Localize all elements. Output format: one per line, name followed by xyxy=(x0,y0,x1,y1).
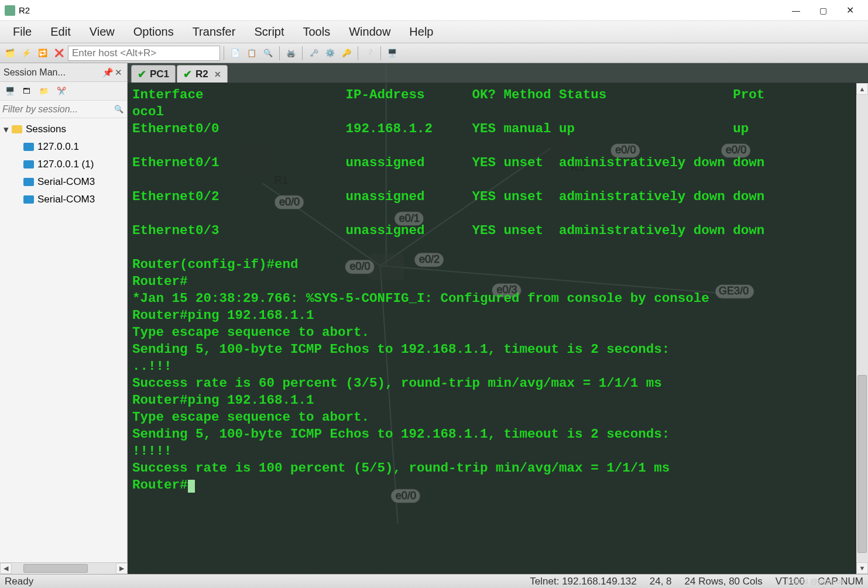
new-tab-icon[interactable]: 🗔 xyxy=(19,84,34,99)
horizontal-scrollbar[interactable]: ◀ ▶ xyxy=(0,562,128,574)
session-item[interactable]: Serial-COM3 xyxy=(0,173,127,191)
session-tree-icon[interactable]: 🗂️ xyxy=(2,46,18,61)
monitor-icon xyxy=(23,160,34,169)
app-icon xyxy=(5,5,15,16)
screen-icon[interactable]: 🖥️ xyxy=(385,46,400,61)
toolbar-separator xyxy=(224,46,224,60)
host-input[interactable] xyxy=(68,46,220,61)
tree-root-label: Sessions xyxy=(26,123,66,135)
monitor-icon xyxy=(23,195,34,204)
panel-close-icon[interactable]: ✕ xyxy=(113,67,123,78)
content-area: R1 R3 ▶ R2 e0/0 e0/0 e0/1 e0/2 e0/3 e0/0… xyxy=(128,63,868,574)
session-item[interactable]: 127.0.0.1 xyxy=(0,138,127,156)
statusbar: Ready Telnet: 192.168.149.132 24, 8 24 R… xyxy=(0,574,868,588)
scroll-track[interactable] xyxy=(12,563,116,574)
scroll-left-icon[interactable]: ◀ xyxy=(0,563,12,574)
scroll-track[interactable] xyxy=(856,95,868,562)
properties-icon[interactable]: 🗝️ xyxy=(306,46,321,61)
main-toolbar: 🗂️ ⚡ 🔁 ❌ 📄 📋 🔍 🖨️ 🗝️ ⚙️ 🔑 ❔ 🖥️ xyxy=(0,43,868,63)
session-label: Serial-COM3 xyxy=(37,176,95,188)
panel-header: Session Man... 📌 ✕ xyxy=(0,63,127,82)
watermark: CSDN @pepinok xyxy=(787,577,845,586)
help-icon[interactable]: ❔ xyxy=(362,46,377,61)
chevron-down-icon[interactable]: ▾ xyxy=(4,123,12,136)
vertical-scrollbar[interactable]: ▲ ▼ xyxy=(856,83,868,574)
scroll-down-icon[interactable]: ▼ xyxy=(856,562,868,574)
session-tabs: ✔ PC1 ✔ R2 ✕ xyxy=(128,63,868,83)
status-ready: Ready xyxy=(5,576,33,587)
session-label: 127.0.0.1 xyxy=(37,141,79,153)
copy-icon[interactable]: 📄 xyxy=(228,46,243,61)
quick-connect-icon[interactable]: ⚡ xyxy=(19,46,34,61)
session-label: 127.0.0.1 (1) xyxy=(37,159,94,170)
toolbar-separator xyxy=(358,46,358,60)
menu-script[interactable]: Script xyxy=(245,22,293,42)
menu-transfer[interactable]: Transfer xyxy=(183,22,245,42)
tab-label: R2 xyxy=(195,68,208,80)
scroll-right-icon[interactable]: ▶ xyxy=(116,563,128,574)
session-tree[interactable]: ▾ Sessions 127.0.0.1 127.0.0.1 (1) Seria… xyxy=(0,118,127,574)
panel-title: Session Man... xyxy=(4,67,66,78)
titlebar: R2 — ▢ ✕ xyxy=(0,0,868,21)
check-icon: ✔ xyxy=(138,68,146,81)
menu-view[interactable]: View xyxy=(80,22,124,42)
session-label: Serial-COM3 xyxy=(37,194,95,205)
menu-options[interactable]: Options xyxy=(124,22,183,42)
filter-input[interactable] xyxy=(2,104,114,115)
menu-edit[interactable]: Edit xyxy=(41,22,80,42)
session-manager-panel: Session Man... 📌 ✕ 🖥️ 🗔 📁 ✂️ 🔍 ▾ Session… xyxy=(0,63,128,574)
disconnect-icon[interactable]: ❌ xyxy=(52,46,67,61)
menu-file[interactable]: File xyxy=(4,22,41,42)
new-session-icon[interactable]: 🖥️ xyxy=(2,84,18,99)
reconnect-icon[interactable]: 🔁 xyxy=(35,46,50,61)
scroll-thumb[interactable] xyxy=(857,375,867,553)
key-icon[interactable]: 🔑 xyxy=(339,46,354,61)
search-icon[interactable]: 🔍 xyxy=(114,105,125,114)
main-area: Session Man... 📌 ✕ 🖥️ 🗔 📁 ✂️ 🔍 ▾ Session… xyxy=(0,63,868,574)
tree-root[interactable]: ▾ Sessions xyxy=(0,121,127,138)
paste-icon[interactable]: 📋 xyxy=(244,46,259,61)
tab-close-icon[interactable]: ✕ xyxy=(214,70,221,79)
status-cursor: 24, 8 xyxy=(650,576,672,587)
window-title: R2 xyxy=(19,5,783,15)
print-icon[interactable]: 🖨️ xyxy=(283,46,299,61)
session-item[interactable]: 127.0.0.1 (1) xyxy=(0,156,127,173)
toolbar-separator xyxy=(279,46,280,60)
menu-help[interactable]: Help xyxy=(400,22,442,42)
tab-label: PC1 xyxy=(150,68,169,80)
close-button[interactable]: ✕ xyxy=(836,2,863,19)
find-icon[interactable]: 🔍 xyxy=(260,46,276,61)
scroll-up-icon[interactable]: ▲ xyxy=(856,83,868,95)
status-connection: Telnet: 192.168.149.132 xyxy=(530,576,636,587)
pin-icon[interactable]: 📌 xyxy=(102,67,113,78)
options-icon[interactable]: ⚙️ xyxy=(323,46,338,61)
session-filter: 🔍 xyxy=(0,101,127,118)
scroll-thumb[interactable] xyxy=(23,564,88,573)
maximize-button[interactable]: ▢ xyxy=(809,2,836,19)
folder-icon[interactable]: 📁 xyxy=(36,84,52,99)
folder-icon xyxy=(12,125,22,133)
minimize-button[interactable]: — xyxy=(783,2,809,19)
cut-icon[interactable]: ✂️ xyxy=(54,84,69,99)
menu-tools[interactable]: Tools xyxy=(294,22,340,42)
menubar: File Edit View Options Transfer Script T… xyxy=(0,21,868,43)
session-item[interactable]: Serial-COM3 xyxy=(0,191,127,208)
tab-r2[interactable]: ✔ R2 ✕ xyxy=(177,65,228,82)
check-icon: ✔ xyxy=(183,68,192,81)
terminal-output[interactable]: Interface IP-Address OK? Method Status P… xyxy=(128,83,868,574)
status-size: 24 Rows, 80 Cols xyxy=(685,576,763,587)
monitor-icon xyxy=(23,143,34,151)
toolbar-separator xyxy=(302,46,303,60)
menu-window[interactable]: Window xyxy=(339,22,400,42)
toolbar-separator xyxy=(380,46,381,60)
session-toolbar: 🖥️ 🗔 📁 ✂️ xyxy=(0,82,127,101)
tab-pc1[interactable]: ✔ PC1 xyxy=(131,65,176,82)
monitor-icon xyxy=(23,178,34,186)
